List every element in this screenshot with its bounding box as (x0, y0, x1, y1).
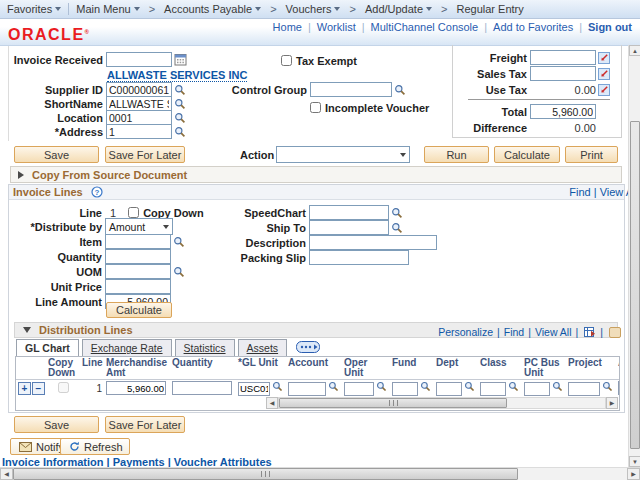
lookup-icon[interactable] (394, 84, 406, 96)
tab-statistics[interactable]: Statistics (175, 339, 235, 356)
scroll-left-arrow[interactable]: ◀ (266, 397, 278, 409)
show-all-columns-icon[interactable] (296, 341, 320, 353)
lookup-icon[interactable] (464, 381, 475, 392)
scroll-right-arrow[interactable]: ▶ (627, 468, 640, 480)
save-button[interactable]: Save (14, 146, 99, 163)
freight-input[interactable] (530, 50, 596, 65)
row-account-input[interactable] (288, 382, 326, 396)
main-menu[interactable]: Main Menu (69, 0, 146, 18)
action-select[interactable] (276, 146, 410, 163)
tax-exempt-checkbox[interactable] (281, 55, 292, 66)
row-pc-bus-unit-input[interactable] (524, 382, 550, 396)
worklist-link[interactable]: Worklist (317, 21, 356, 33)
sales-tax-input[interactable] (530, 66, 596, 81)
lookup-icon[interactable] (552, 381, 563, 392)
description-input[interactable] (309, 235, 437, 250)
lookup-icon[interactable] (391, 207, 403, 219)
lookup-icon[interactable] (173, 266, 185, 278)
quantity-input[interactable] (105, 249, 171, 264)
speedchart-input[interactable] (309, 205, 389, 220)
refresh-button[interactable]: Refresh (60, 438, 130, 455)
incomplete-voucher-checkbox[interactable] (310, 102, 321, 113)
scroll-track[interactable] (13, 468, 627, 480)
row-merchandise-amt-input[interactable] (106, 381, 166, 395)
find-link[interactable]: Find (569, 186, 590, 198)
row-fund-input[interactable] (392, 382, 418, 396)
grid-h-scrollbar[interactable]: ◀ ▶ (266, 397, 618, 409)
item-input[interactable] (105, 234, 171, 249)
unit-price-input[interactable] (105, 279, 171, 294)
lookup-icon[interactable] (272, 381, 283, 392)
download-grid-icon[interactable] (584, 327, 596, 338)
scroll-track[interactable] (278, 397, 606, 409)
transfer-icon[interactable] (598, 84, 610, 96)
tab-gl-chart[interactable]: GL Chart (16, 339, 79, 356)
scroll-left-arrow[interactable]: ◀ (0, 468, 13, 480)
lookup-icon[interactable] (391, 222, 403, 234)
lookup-icon[interactable] (376, 381, 387, 392)
page-v-scrollbar[interactable]: ▲ ▼ (628, 45, 640, 467)
line-calculate-button[interactable]: Calculate (106, 302, 172, 318)
scroll-down-arrow[interactable]: ▼ (629, 456, 640, 467)
breadcrumb-accounts-payable[interactable]: Accounts Payable (157, 0, 268, 18)
shortname-input[interactable] (106, 96, 172, 111)
footer-save-for-later-button[interactable]: Save For Later (105, 416, 185, 433)
row-oper-unit-input[interactable] (344, 382, 374, 396)
row-gl-unit-input[interactable] (238, 382, 270, 396)
lookup-icon[interactable] (602, 381, 613, 392)
breadcrumb-vouchers[interactable]: Vouchers (279, 0, 348, 18)
tab-exchange-rate[interactable]: Exchange Rate (82, 339, 172, 356)
favorites-menu[interactable]: Favorites (0, 0, 68, 18)
scroll-right-arrow[interactable]: ▶ (606, 397, 618, 409)
address-input[interactable] (106, 124, 172, 139)
ship-to-input[interactable] (309, 220, 389, 235)
lookup-icon[interactable] (174, 126, 186, 138)
scroll-up-arrow[interactable]: ▲ (629, 45, 640, 56)
scroll-thumb[interactable] (13, 468, 518, 480)
add-to-favorites-link[interactable]: Add to Favorites (493, 21, 573, 33)
lookup-icon[interactable] (173, 236, 185, 248)
supplier-id-input[interactable] (106, 82, 172, 97)
collapse-triangle-icon[interactable] (23, 327, 31, 333)
save-for-later-button[interactable]: Save For Later (105, 146, 185, 163)
lookup-icon[interactable] (328, 381, 339, 392)
row-activity-input[interactable] (618, 381, 620, 395)
footer-save-button[interactable]: Save (14, 416, 99, 433)
breadcrumb-add-update[interactable]: Add/Update (358, 0, 439, 18)
expand-triangle-icon[interactable] (18, 171, 24, 179)
row-project-input[interactable] (568, 382, 600, 396)
lookup-icon[interactable] (174, 112, 186, 124)
location-input[interactable] (106, 110, 172, 125)
sign-out-link[interactable]: Sign out (588, 21, 632, 33)
add-row-button[interactable]: + (18, 382, 31, 395)
calculate-button[interactable]: Calculate (494, 146, 560, 163)
scroll-thumb[interactable] (279, 398, 507, 408)
grid-view-all-link[interactable]: View All (535, 326, 572, 338)
help-icon[interactable]: ? (91, 186, 103, 198)
distribute-by-select[interactable]: Amount (105, 218, 173, 235)
home-link[interactable]: Home (273, 21, 302, 33)
tab-assets[interactable]: Assets (238, 339, 288, 356)
print-button[interactable]: Print (565, 146, 618, 163)
control-group-input[interactable] (310, 82, 392, 97)
copy-from-source-section[interactable]: Copy From Source Document (10, 166, 622, 183)
run-button[interactable]: Run (424, 146, 489, 163)
pagination-icon[interactable] (609, 327, 621, 338)
lookup-icon[interactable] (420, 381, 431, 392)
grid-find-link[interactable]: Find (504, 326, 524, 338)
personalize-link[interactable]: Personalize (438, 326, 493, 338)
delete-row-button[interactable]: − (32, 382, 45, 395)
multichannel-console-link[interactable]: MultiChannel Console (371, 21, 479, 33)
copy-down-checkbox[interactable] (128, 207, 139, 218)
row-dept-input[interactable] (436, 382, 462, 396)
row-class-input[interactable] (480, 382, 506, 396)
lookup-icon[interactable] (174, 98, 186, 110)
invoice-received-input[interactable] (106, 52, 172, 67)
supplier-name-link[interactable]: ALLWASTE SERVICES INC (107, 69, 247, 82)
scroll-thumb[interactable] (630, 121, 640, 449)
lookup-icon[interactable] (508, 381, 519, 392)
transfer-icon[interactable] (598, 52, 610, 64)
page-h-scrollbar[interactable]: ◀ ▶ (0, 467, 640, 480)
calendar-icon[interactable] (174, 53, 187, 66)
packing-slip-input[interactable] (309, 250, 409, 265)
